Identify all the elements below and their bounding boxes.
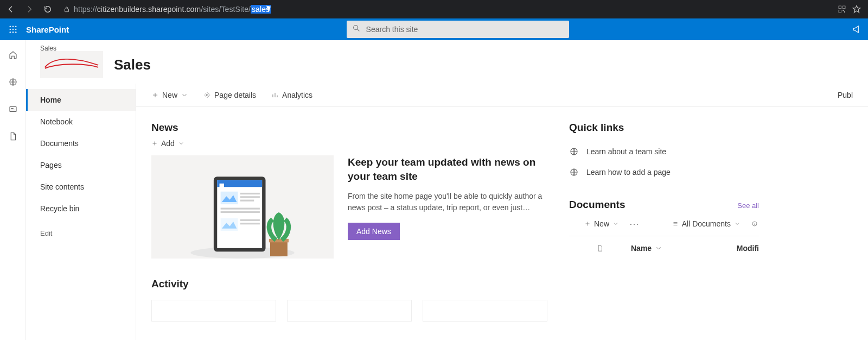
svg-rect-31 — [240, 219, 260, 221]
chevron-down-icon — [734, 221, 741, 227]
quicklink-add-page[interactable]: Learn how to add a page — [569, 162, 759, 182]
svg-rect-28 — [221, 208, 260, 210]
plus-icon — [151, 91, 159, 99]
suite-bar: SharePoint — [0, 18, 868, 40]
svg-point-7 — [12, 26, 14, 27]
brand-label[interactable]: SharePoint — [26, 25, 69, 34]
plus-icon — [584, 221, 591, 227]
svg-point-14 — [15, 32, 16, 33]
svg-point-6 — [10, 26, 11, 27]
documents-command-bar: New ··· All Documents — [569, 211, 759, 236]
nav-pages[interactable]: Pages — [26, 154, 136, 176]
svg-point-12 — [10, 32, 11, 33]
address-bar[interactable]: https://citizenbuilders.sharepoint.com/s… — [60, 5, 832, 14]
news-illustration — [151, 155, 334, 259]
svg-rect-1 — [839, 6, 841, 9]
svg-point-15 — [353, 26, 358, 30]
file-icon[interactable] — [8, 131, 18, 143]
documents-view-selector[interactable]: All Documents — [672, 219, 741, 228]
globe-icon[interactable] — [8, 77, 18, 89]
svg-rect-24 — [221, 192, 238, 204]
cmd-new[interactable]: New — [151, 91, 188, 99]
site-logo[interactable] — [40, 51, 103, 78]
doc-type-icon — [596, 244, 604, 252]
documents-new[interactable]: New — [584, 219, 619, 228]
url-text: https://citizenbuilders.sharepoint.com/s… — [74, 5, 271, 14]
home-icon[interactable] — [8, 50, 18, 62]
svg-rect-2 — [843, 6, 845, 9]
cmd-analytics[interactable]: Analytics — [271, 91, 312, 99]
activity-card[interactable] — [423, 300, 547, 322]
documents-more[interactable]: ··· — [630, 219, 640, 228]
svg-point-8 — [15, 26, 16, 27]
search-box[interactable] — [347, 21, 569, 38]
svg-rect-17 — [10, 107, 16, 112]
reload-button[interactable] — [41, 3, 54, 16]
megaphone-icon[interactable] — [846, 24, 868, 34]
svg-point-18 — [206, 94, 208, 96]
chevron-down-icon — [181, 91, 188, 99]
analytics-icon — [271, 91, 279, 99]
documents-column-header: Name Modifi — [569, 236, 759, 253]
quicklink-team-site[interactable]: Learn about a team site — [569, 141, 759, 162]
activity-card[interactable] — [287, 300, 412, 322]
app-rail — [0, 40, 26, 340]
site-header: Sales Sales — [26, 40, 868, 84]
documents-info[interactable] — [751, 221, 758, 227]
left-navigation: Home Notebook Documents Pages Site conte… — [26, 84, 136, 340]
chevron-down-icon — [612, 221, 619, 227]
site-title: Sales — [114, 56, 151, 73]
nav-documents[interactable]: Documents — [26, 133, 136, 154]
back-button[interactable] — [4, 3, 17, 16]
chevron-down-icon — [655, 244, 662, 252]
nav-recycle-bin[interactable]: Recycle bin — [26, 198, 136, 219]
cmd-page-details[interactable]: Page details — [203, 91, 256, 99]
lock-icon — [63, 5, 71, 13]
news-headline: Keep your team updated with news on your… — [348, 155, 547, 183]
svg-rect-32 — [240, 223, 260, 224]
svg-rect-5 — [844, 11, 845, 12]
nav-home[interactable]: Home — [26, 89, 136, 111]
nav-notebook[interactable]: Notebook — [26, 111, 136, 133]
globe-icon — [569, 167, 579, 177]
svg-rect-21 — [217, 180, 262, 248]
globe-icon — [569, 147, 579, 156]
news-add[interactable]: Add — [151, 139, 547, 148]
star-icon[interactable] — [852, 4, 861, 14]
plus-icon — [151, 140, 158, 147]
news-rail-icon[interactable] — [8, 104, 18, 116]
qr-icon[interactable] — [838, 5, 846, 14]
svg-rect-25 — [240, 193, 260, 194]
svg-point-9 — [10, 29, 11, 30]
app-launcher[interactable] — [0, 24, 26, 34]
svg-rect-33 — [270, 241, 288, 256]
svg-point-11 — [15, 29, 16, 30]
news-heading: News — [151, 122, 547, 134]
quicklinks-heading: Quick links — [569, 122, 759, 134]
search-icon — [352, 24, 361, 35]
svg-point-13 — [12, 32, 14, 33]
documents-heading: Documents — [569, 199, 625, 211]
documents-col-name[interactable]: Name — [631, 244, 662, 253]
forward-button[interactable] — [23, 3, 36, 16]
svg-rect-30 — [221, 218, 238, 231]
svg-rect-3 — [839, 10, 841, 12]
cmd-publish[interactable]: Publ — [838, 91, 853, 99]
documents-see-all[interactable]: See all — [737, 202, 759, 210]
documents-col-modified[interactable]: Modifi — [737, 244, 759, 253]
gear-icon — [203, 91, 211, 99]
news-body: From the site home page you'll be able t… — [348, 191, 547, 213]
nav-site-contents[interactable]: Site contents — [26, 176, 136, 198]
svg-rect-29 — [221, 211, 260, 213]
nav-edit[interactable]: Edit — [26, 219, 136, 244]
activity-heading: Activity — [151, 278, 547, 290]
svg-rect-27 — [240, 200, 254, 202]
browser-bar: https://citizenbuilders.sharepoint.com/s… — [0, 0, 868, 18]
activity-card[interactable] — [151, 300, 276, 322]
info-icon — [751, 221, 758, 227]
svg-rect-23 — [220, 184, 225, 188]
search-input[interactable] — [366, 25, 564, 34]
add-news-button[interactable]: Add News — [348, 223, 400, 240]
list-icon — [672, 221, 679, 227]
svg-point-10 — [12, 29, 14, 30]
